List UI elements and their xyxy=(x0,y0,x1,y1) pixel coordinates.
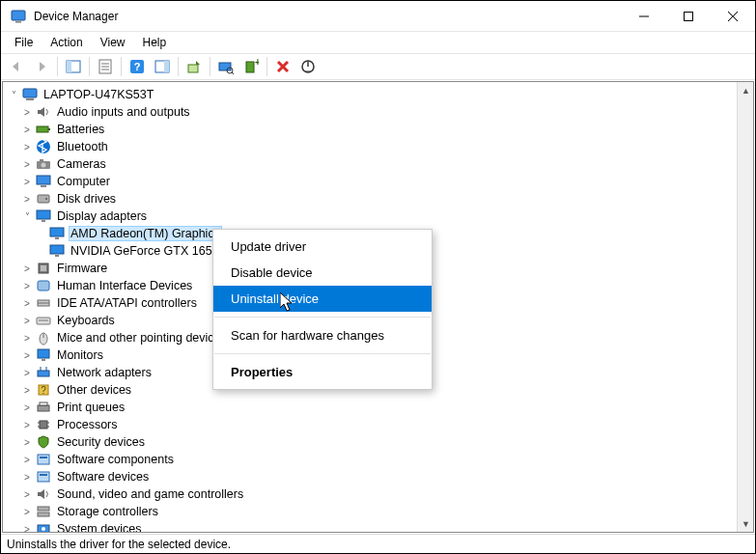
svg-rect-37 xyxy=(37,210,50,219)
menu-action[interactable]: Action xyxy=(42,34,90,51)
scan-hardware-button[interactable] xyxy=(214,55,238,78)
chevron-right-icon[interactable]: > xyxy=(20,348,34,362)
minimize-button[interactable] xyxy=(622,1,666,31)
svg-rect-70 xyxy=(38,507,49,511)
tree-category[interactable]: > Audio inputs and outputs xyxy=(7,103,753,121)
tree-category[interactable]: > Processors xyxy=(7,416,753,433)
help-button[interactable]: ? xyxy=(126,55,149,78)
svg-rect-68 xyxy=(38,472,49,482)
tree-category[interactable]: > Cameras xyxy=(7,155,753,173)
chevron-right-icon[interactable]: > xyxy=(20,192,34,206)
forward-button[interactable] xyxy=(30,55,53,78)
chevron-right-icon[interactable]: > xyxy=(20,505,34,518)
chevron-right-icon[interactable]: > xyxy=(20,331,34,345)
properties-button[interactable] xyxy=(94,55,117,78)
tree-category[interactable]: > Batteries xyxy=(7,121,753,138)
firmware-icon xyxy=(36,261,51,276)
chevron-right-icon[interactable]: > xyxy=(20,314,34,327)
svg-rect-45 xyxy=(38,281,49,291)
tree-category-label: Mice and other pointing devices xyxy=(55,331,229,345)
chevron-down-icon[interactable]: ˅ xyxy=(7,88,20,101)
svg-text:+: + xyxy=(255,59,259,68)
tree-category-label: Audio inputs and outputs xyxy=(55,105,192,119)
close-button[interactable] xyxy=(711,1,755,31)
add-legacy-hardware-button[interactable]: + xyxy=(239,55,263,78)
toolbar-separator xyxy=(121,57,122,76)
tree-category[interactable]: ˅ Display adapters xyxy=(7,208,753,225)
svg-rect-59 xyxy=(38,405,49,411)
chevron-right-icon[interactable]: > xyxy=(20,123,34,136)
chevron-right-icon[interactable]: > xyxy=(20,470,34,484)
chevron-right-icon[interactable]: > xyxy=(20,383,34,397)
menu-file[interactable]: File xyxy=(7,34,41,51)
chevron-right-icon[interactable]: > xyxy=(20,401,34,414)
scroll-down-button[interactable]: ▼ xyxy=(738,515,753,532)
tree-category[interactable]: > Software components xyxy=(7,451,753,468)
other-icon: ? xyxy=(36,382,51,398)
action-pane-button[interactable] xyxy=(151,55,174,78)
context-menu-item[interactable]: Update driver xyxy=(213,234,432,260)
svg-rect-61 xyxy=(40,421,47,429)
chevron-right-icon[interactable]: > xyxy=(20,157,34,171)
context-menu-item[interactable]: Scan for hardware changes xyxy=(213,322,432,348)
maximize-button[interactable] xyxy=(666,1,711,31)
tree-category[interactable]: > Computer xyxy=(7,173,753,190)
tree-category-label: Display adapters xyxy=(55,209,149,223)
tree-category[interactable]: > Software devices xyxy=(7,468,753,485)
svg-rect-25 xyxy=(23,89,37,97)
mouse-icon xyxy=(36,330,51,346)
menu-help[interactable]: Help xyxy=(135,34,175,51)
tree-category[interactable]: > Storage controllers xyxy=(7,503,753,520)
disable-device-button[interactable] xyxy=(296,55,320,78)
context-menu-item[interactable]: Properties xyxy=(213,359,432,385)
svg-rect-41 xyxy=(50,245,64,254)
tree-category[interactable]: > Print queues xyxy=(7,399,753,416)
svg-rect-34 xyxy=(41,185,46,187)
chevron-right-icon[interactable]: > xyxy=(20,175,34,188)
svg-rect-54 xyxy=(38,371,49,376)
toolbar-separator xyxy=(266,57,267,76)
tree-category-label: Storage controllers xyxy=(55,505,160,518)
computer-icon xyxy=(36,174,51,189)
tree-category[interactable]: > Disk drives xyxy=(7,190,753,208)
tree-category[interactable]: > Sound, video and game controllers xyxy=(7,485,753,503)
chevron-down-icon[interactable]: ˅ xyxy=(20,209,34,223)
chevron-right-icon[interactable]: > xyxy=(20,279,34,292)
chevron-right-icon[interactable]: > xyxy=(20,453,34,466)
context-menu-item[interactable]: Disable device xyxy=(213,260,432,286)
tree-root[interactable]: ˅ LAPTOP-U47KS53T xyxy=(7,86,753,103)
chevron-right-icon[interactable]: > xyxy=(20,435,34,449)
cpu-icon xyxy=(36,417,51,432)
tree-category[interactable]: > Bluetooth xyxy=(7,138,753,155)
bluetooth-icon xyxy=(36,139,51,154)
scroll-up-button[interactable]: ▲ xyxy=(738,82,753,98)
context-menu-item[interactable]: Uninstall device xyxy=(213,286,432,312)
chevron-right-icon[interactable]: > xyxy=(20,522,34,532)
show-hide-console-tree-button[interactable] xyxy=(62,55,85,78)
menu-view[interactable]: View xyxy=(93,34,133,51)
update-driver-button[interactable] xyxy=(182,55,206,78)
vertical-scrollbar[interactable]: ▲ ▼ xyxy=(737,82,753,532)
context-menu: Update driverDisable deviceUninstall dev… xyxy=(212,229,433,390)
chevron-right-icon[interactable]: > xyxy=(20,366,34,379)
system-icon xyxy=(36,521,51,532)
svg-rect-38 xyxy=(42,220,45,222)
camera-icon xyxy=(36,156,51,172)
chevron-right-icon[interactable]: > xyxy=(20,487,34,501)
tree-category-label: Keyboards xyxy=(55,314,117,327)
app-icon xyxy=(11,9,26,24)
svg-rect-16 xyxy=(188,65,198,72)
chevron-right-icon[interactable]: > xyxy=(20,105,34,119)
chevron-right-icon[interactable]: > xyxy=(20,262,34,275)
back-button[interactable] xyxy=(5,55,28,78)
chevron-right-icon[interactable]: > xyxy=(20,296,34,310)
chevron-right-icon[interactable]: > xyxy=(20,418,34,431)
svg-point-73 xyxy=(42,527,45,531)
svg-rect-71 xyxy=(38,512,49,516)
tree-category[interactable]: > System devices xyxy=(7,520,753,532)
chevron-right-icon[interactable]: > xyxy=(20,140,34,153)
tree-category[interactable]: > Security devices xyxy=(7,433,753,451)
svg-rect-53 xyxy=(42,359,45,361)
toolbar-separator xyxy=(89,57,90,76)
uninstall-device-button[interactable] xyxy=(271,55,294,78)
